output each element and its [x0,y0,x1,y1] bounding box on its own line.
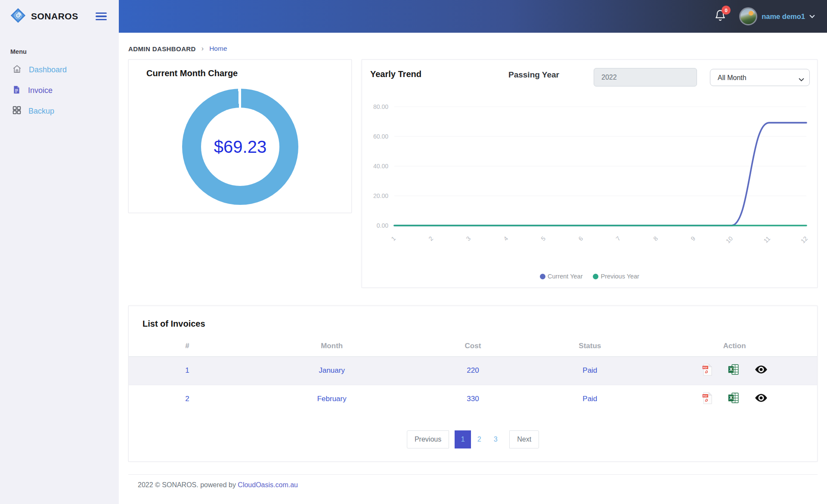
svg-text:5: 5 [539,235,547,242]
svg-text:1: 1 [390,235,397,242]
bell-icon [714,15,726,23]
sidebar-item-label: Dashboard [29,65,67,74]
footer-link[interactable]: CloudOasis.com.au [238,481,298,489]
svg-text:12: 12 [799,235,809,244]
menu-section-label: Menu [10,48,119,55]
notification-badge: 0 [722,6,731,15]
pdf-icon: PDF [702,364,712,377]
donut-chart: $69.23 [182,89,298,205]
current-month-charge-title: Current Month Charge [146,68,238,78]
invoices-title: List of Invoices [142,319,817,329]
download-pdf-button[interactable]: PDF [702,392,712,405]
svg-text:40.00: 40.00 [373,163,388,170]
invoice-num: 1 [129,356,246,385]
column-header-num: # [129,336,246,356]
download-excel-button[interactable]: X [728,364,739,377]
svg-text:9: 9 [689,235,697,242]
brand-name: SONAROS [31,11,78,22]
breadcrumb: ADMIN DASHBOARD › Home [128,41,818,56]
svg-text:7: 7 [614,235,622,242]
legend-item: Current Year [540,273,582,280]
invoice-month: February [246,385,418,413]
svg-text:2: 2 [427,235,434,242]
column-header-action: Action [652,336,817,356]
svg-text:PDF: PDF [703,394,708,397]
sidebar-nav: Dashboard Invoice Backup [0,59,119,121]
current-month-charge-card: Current Month Charge $69.23 [128,59,352,213]
breadcrumb-home-link[interactable]: Home [209,45,227,53]
invoice-status: Paid [528,356,652,385]
user-name: name demo1 [762,12,805,21]
svg-text:10: 10 [725,235,734,244]
invoice-num: 2 [129,385,246,413]
user-menu[interactable]: name demo1 [739,7,815,25]
avatar [739,7,757,25]
download-excel-button[interactable]: X [728,392,739,405]
yearly-trend-title: Yearly Trend [370,69,421,79]
sidebar-item-invoice[interactable]: Invoice [0,80,119,101]
view-invoice-button[interactable] [755,393,768,404]
month-filter-select[interactable]: All Month [710,69,810,86]
excel-icon: X [728,364,739,377]
pagination-previous-button[interactable]: Previous [407,430,449,448]
view-invoice-button[interactable] [755,365,768,375]
footer: 2022 © SONAROS. powered by CloudOasis.co… [128,474,818,489]
yearly-trend-card: Yearly Trend Passing Year All Month 0.00… [362,59,818,288]
sidebar: SONAROS Menu Dashboard [0,0,119,504]
pagination-next-button[interactable]: Next [509,430,539,448]
pagination: Previous 1 2 3 Next [129,430,817,448]
excel-icon: X [728,392,739,405]
invoices-table: # Month Cost Status Action 1 January 220… [129,336,817,413]
sidebar-item-backup[interactable]: Backup [0,101,119,121]
current-month-charge-value: $69.23 [214,137,266,157]
topbar: 0 name demo1 [119,0,827,33]
legend-item: Previous Year [593,273,639,280]
svg-text:11: 11 [762,235,772,244]
svg-text:6: 6 [577,235,584,242]
footer-text: 2022 © SONAROS. powered by [138,481,238,489]
invoice-document-icon [12,85,21,96]
notifications-button[interactable]: 0 [714,9,726,23]
pdf-icon: PDF [702,392,712,405]
svg-text:3: 3 [465,235,472,242]
pagination-page-1[interactable]: 1 [455,430,471,448]
passing-year-input[interactable] [594,68,697,87]
pagination-page-2[interactable]: 2 [471,430,487,448]
breadcrumb-section: ADMIN DASHBOARD [128,45,196,53]
svg-text:0.00: 0.00 [377,222,388,229]
table-header-row: # Month Cost Status Action [129,336,817,356]
sidebar-item-label: Backup [28,107,54,116]
brand-logo[interactable]: SONAROS [10,8,78,25]
svg-text:80.00: 80.00 [373,103,388,110]
svg-text:X: X [729,367,733,372]
hamburger-menu-icon[interactable] [95,11,108,22]
table-row: 2 February 330 Paid [129,385,817,413]
pagination-page-3[interactable]: 3 [487,430,504,448]
invoice-cost: 220 [418,356,528,385]
sonaros-logo-icon [10,8,26,25]
svg-text:20.00: 20.00 [373,192,388,199]
grid-icon [12,105,22,117]
download-pdf-button[interactable]: PDF [702,364,712,377]
column-header-month: Month [246,336,418,356]
svg-text:X: X [729,396,733,401]
home-icon [12,64,22,76]
chart-legend: Current YearPrevious Year [362,273,817,280]
eye-icon [755,365,768,375]
table-row: 1 January 220 Paid [129,356,817,385]
column-header-status: Status [528,336,652,356]
svg-text:60.00: 60.00 [373,133,388,140]
svg-text:4: 4 [502,235,509,242]
svg-text:PDF: PDF [703,366,708,368]
sidebar-item-dashboard[interactable]: Dashboard [0,59,119,80]
passing-year-label: Passing Year [508,70,559,80]
sidebar-item-label: Invoice [28,86,53,95]
breadcrumb-separator: › [201,45,204,53]
invoice-cost: 330 [418,385,528,413]
eye-icon [755,393,768,404]
invoice-status: Paid [528,385,652,413]
svg-text:8: 8 [652,235,659,242]
invoice-month: January [246,356,418,385]
chevron-down-icon [809,12,815,20]
invoices-card: List of Invoices # Month Cost Status Act… [128,306,818,462]
